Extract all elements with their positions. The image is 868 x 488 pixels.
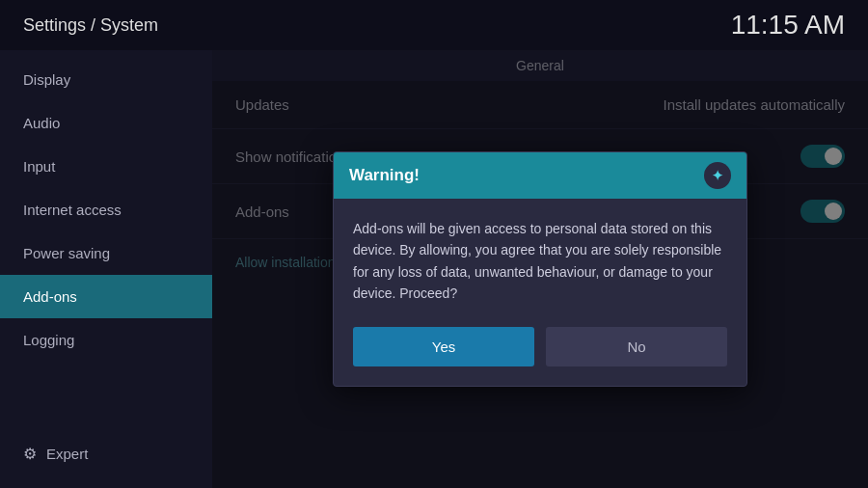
warning-dialog: Warning! ✦ Add-ons will be given access … — [333, 151, 747, 388]
sidebar-footer-expert[interactable]: ⚙ Expert — [0, 431, 212, 476]
sidebar-item-input[interactable]: Input — [0, 145, 212, 188]
dialog-header: Warning! ✦ — [334, 152, 746, 199]
sidebar-item-label: Logging — [23, 332, 74, 348]
dialog-buttons: Yes No — [334, 319, 746, 386]
sidebar-item-add-ons[interactable]: Add-ons — [0, 275, 212, 318]
main-layout: Display Audio Input Internet access Powe… — [0, 50, 868, 488]
sidebar: Display Audio Input Internet access Powe… — [0, 50, 212, 488]
sidebar-item-audio[interactable]: Audio — [0, 101, 212, 145]
no-button[interactable]: No — [546, 327, 727, 366]
sidebar-item-logging[interactable]: Logging — [0, 318, 212, 362]
dialog-body: Add-ons will be given access to personal… — [334, 199, 746, 320]
dialog-overlay: Warning! ✦ Add-ons will be given access … — [212, 50, 868, 488]
clock: 11:15 AM — [731, 10, 845, 41]
sidebar-item-internet-access[interactable]: Internet access — [0, 188, 212, 231]
sidebar-item-label: Power saving — [23, 245, 110, 261]
sidebar-item-display[interactable]: Display — [0, 58, 212, 101]
main-content: General Updates Install updates automati… — [212, 50, 868, 488]
header: Settings / System 11:15 AM — [0, 0, 868, 50]
sidebar-item-label: Internet access — [23, 202, 122, 218]
sidebar-item-label: Input — [23, 158, 55, 175]
yes-button[interactable]: Yes — [353, 327, 534, 366]
page-title: Settings / System — [23, 15, 158, 36]
dialog-title: Warning! — [349, 166, 420, 185]
sidebar-footer-label: Expert — [46, 446, 88, 462]
kodi-icon: ✦ — [704, 162, 731, 189]
sidebar-item-label: Display — [23, 71, 70, 88]
sidebar-item-label: Add-ons — [23, 288, 77, 305]
gear-icon: ⚙ — [23, 445, 37, 463]
sidebar-item-label: Audio — [23, 115, 60, 131]
sidebar-item-power-saving[interactable]: Power saving — [0, 231, 212, 275]
